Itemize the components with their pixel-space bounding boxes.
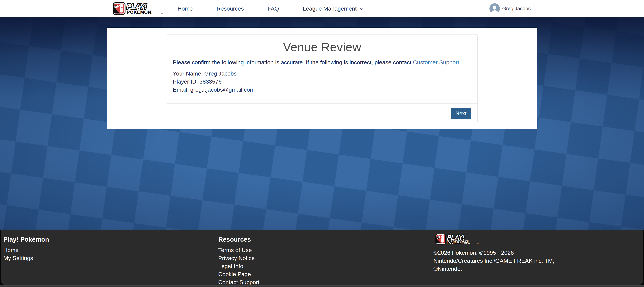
nav-item-resources[interactable]: Resources [205,0,256,17]
copyright-text: ©2026 Pokémon. ©1995 - 2026 Nintendo/Cre… [434,249,554,273]
footer-column-resources: Resources Terms of Use Privacy Notice Le… [218,236,260,285]
footer-links-resources: Terms of Use Privacy Notice Legal Info C… [218,246,260,285]
footer-bottom-strip [0,285,644,287]
logo-play-text: PLAY! [126,2,147,10]
logo-tm-mark: ™ [161,12,163,14]
page-title: Venue Review [173,40,472,54]
player-info: Your Name: Greg Jacobs Player ID: 383357… [173,69,472,94]
footer-logo-tm-mark: ™ [477,243,479,245]
footer-link-terms-of-use[interactable]: Terms of Use [218,246,252,254]
copyright-line-2: Nintendo/Creatures Inc./GAME FREAK inc. … [434,257,554,265]
footer-link-my-settings[interactable]: My Settings [3,254,33,262]
footer-panel: Play! Pokémon Home My Settings Resources… [1,230,643,285]
chevron-down-icon [360,8,364,10]
page-footer: Play! Pokémon Home My Settings Resources… [0,230,644,287]
play-pokemon-logo-icon: PLAY! POKÉMON. ™ [112,2,164,15]
player-name-line: Your Name: Greg Jacobs [173,69,472,77]
venue-review-card-footer: Next [167,103,477,123]
footer-link-home[interactable]: Home [3,246,18,254]
footer-logo-play-text: PLAY! [447,234,465,241]
player-id-line: Player ID: 3833576 [173,77,472,86]
top-navbar: PLAY! POKÉMON. ™ Home Resources FAQ Leag… [0,0,644,17]
player-email-line: Email: greg.r.jacobs@gmail.com [173,86,472,94]
footer-logo-pokemon-text: POKÉMON. [447,240,470,245]
content-panel: Venue Review Please confirm the followin… [107,28,537,129]
user-menu-button[interactable]: Greg Jacobs [490,3,531,14]
venue-review-card-body: Venue Review Please confirm the followin… [167,34,477,94]
footer-link-contact-support[interactable]: Contact Support [218,278,260,285]
next-button[interactable]: Next [451,108,471,119]
logo-pokemon-text: POKÉMON. [127,9,153,15]
footer-links-play-pokemon: Home My Settings [3,246,49,262]
nav-item-league-management[interactable]: League Management [291,0,376,17]
copyright-line-1: ©2026 Pokémon. ©1995 - 2026 [434,249,554,257]
nav-item-league-management-label: League Management [303,5,356,12]
venue-review-card: Venue Review Please confirm the followin… [167,34,478,123]
footer-heading-play-pokemon: Play! Pokémon [3,236,49,243]
footer-link-legal-info[interactable]: Legal Info [218,262,243,270]
nav-item-home[interactable]: Home [166,0,205,17]
main-nav: Home Resources FAQ League Management [166,0,376,17]
copyright-line-3: ®Nintendo. [434,265,554,273]
user-avatar-icon [490,3,500,14]
play-pokemon-logo[interactable]: PLAY! POKÉMON. ™ [112,2,164,15]
user-name: Greg Jacobs [502,6,531,11]
confirm-instructions-period: . [459,59,460,65]
confirm-instructions-text: Please confirm the following information… [173,59,413,65]
navbar-inner: PLAY! POKÉMON. ™ Home Resources FAQ Leag… [0,0,644,17]
main-area: Venue Review Please confirm the followin… [0,17,644,230]
footer-column-play-pokemon: Play! Pokémon Home My Settings [3,236,49,262]
nav-item-faq[interactable]: FAQ [256,0,291,17]
footer-link-cookie-page[interactable]: Cookie Page [218,270,251,278]
customer-support-link[interactable]: Customer Support [413,59,459,65]
footer-heading-resources: Resources [218,236,260,243]
footer-play-pokemon-logo: PLAY! POKÉMON. ™ [434,234,480,245]
confirm-instructions: Please confirm the following information… [173,58,472,66]
footer-column-legal: PLAY! POKÉMON. ™ ©2026 Pokémon. ©1995 - … [434,236,554,273]
footer-link-privacy-notice[interactable]: Privacy Notice [218,254,254,262]
